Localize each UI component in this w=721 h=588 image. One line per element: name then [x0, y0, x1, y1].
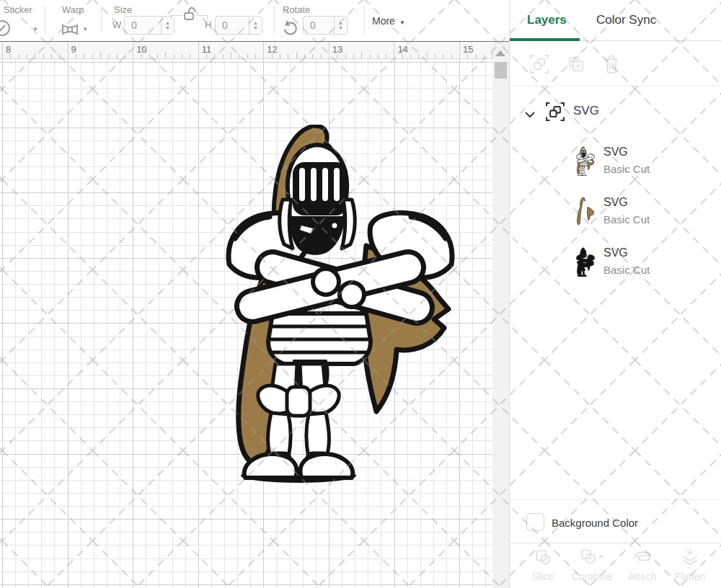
ruler-inch-label: 14 [397, 44, 407, 55]
duplicate-layer-icon[interactable] [567, 55, 585, 76]
combine-button[interactable]: Combine [569, 548, 615, 582]
canvas-vertical-scrollbar[interactable] [492, 42, 509, 588]
ruler-tick [157, 54, 158, 58]
width-input-group: 0 ▲▼ [124, 16, 174, 35]
attach-button[interactable]: Attach [619, 548, 665, 582]
width-label: W [112, 19, 121, 30]
tab-layers[interactable]: Layers [527, 13, 567, 27]
layers-toolbar [510, 45, 721, 86]
layer-thumbnail [576, 245, 595, 280]
layer-row-1[interactable]: SVG Basic Cut [563, 141, 717, 186]
ruler-tick [418, 54, 419, 58]
ruler-tick [402, 54, 403, 58]
ruler-tick [304, 54, 305, 58]
ruler-tick [378, 54, 379, 58]
rotate-icon[interactable] [281, 19, 298, 40]
ruler-inch-line [263, 42, 264, 59]
toolbar-divider [45, 6, 45, 35]
group-layers-icon[interactable] [530, 55, 549, 76]
ruler-tick [76, 54, 76, 58]
lock-icon[interactable] [182, 6, 197, 24]
ruler-tick [108, 54, 109, 58]
ruler-tick [484, 54, 485, 58]
ruler-tick [206, 54, 207, 58]
ruler-inch-label: 12 [267, 44, 277, 55]
toolbar-divider [364, 6, 365, 35]
tab-color-sync[interactable]: Color Sync [596, 13, 656, 27]
height-stepper[interactable]: ▲▼ [249, 17, 262, 34]
scrollbar-thumb[interactable] [495, 62, 507, 79]
layer-title: SVG [603, 246, 628, 259]
height-label: H [205, 19, 211, 30]
layer-row-3[interactable]: SVG Basic Cut [563, 242, 717, 287]
ruler-tick [59, 54, 60, 58]
layers-panel: Layers Color Sync SVG [509, 0, 721, 588]
ruler-tick [92, 54, 93, 58]
ruler-tick [223, 54, 224, 58]
ruler-tick [467, 54, 468, 58]
ruler-tick [312, 54, 313, 58]
flatten-icon [681, 548, 699, 566]
ruler-tick [255, 54, 256, 58]
layer-subtitle: Basic Cut [603, 264, 650, 276]
ruler-inch-line [459, 42, 460, 59]
scroll-up-arrow-icon[interactable] [495, 50, 505, 56]
layer-thumbnail [576, 144, 595, 179]
width-input[interactable]: 0 [125, 17, 161, 34]
delete-layer-icon[interactable] [603, 55, 620, 76]
ruler-tick [141, 54, 142, 58]
ruler-tick [288, 54, 288, 58]
ruler-tick [280, 54, 280, 58]
layer-title: SVG [603, 196, 628, 209]
ruler-inch-label: 9 [71, 44, 76, 55]
ruler-inch-label: 10 [136, 44, 146, 55]
layer-title: SVG [603, 146, 628, 159]
design-canvas[interactable] [0, 59, 492, 588]
sticker-dropdown-caret[interactable]: ▾ [34, 25, 37, 32]
ruler-tick [27, 54, 27, 58]
warp-dropdown-caret[interactable]: ▾ [84, 25, 87, 32]
ruler-tick [84, 54, 84, 58]
toolbar-divider [101, 6, 102, 35]
warp-icon[interactable] [59, 22, 81, 40]
ruler-tick [370, 54, 371, 58]
layer-subtitle: Basic Cut [603, 163, 650, 175]
chevron-down-icon[interactable] [525, 108, 535, 121]
toolbar-divider [274, 6, 275, 35]
attach-icon [632, 548, 653, 566]
slice-button[interactable]: Slice [520, 548, 566, 582]
rotate-stepper[interactable]: ▲▼ [334, 17, 347, 34]
height-input[interactable]: 0 [216, 17, 249, 34]
layer-group-row[interactable]: SVG [510, 99, 721, 128]
ruler-inch-line [68, 42, 68, 59]
ruler-tick [337, 54, 337, 58]
ruler-tick [386, 54, 386, 58]
background-color-row: Background Color [510, 499, 721, 543]
ruler-tick [443, 54, 443, 58]
ruler-inch-line [198, 42, 199, 59]
group-icon [546, 102, 565, 124]
sticker-icon[interactable] [0, 20, 19, 39]
ruler-inch-label: 13 [332, 44, 342, 55]
height-input-group: 0 ▲▼ [215, 16, 262, 35]
layer-row-2[interactable]: SVG Basic Cut [563, 192, 717, 236]
slice-icon [534, 548, 552, 566]
ruler-tick [19, 54, 19, 58]
ruler-inch-line [394, 42, 394, 59]
more-button[interactable]: More ▾ [372, 15, 404, 27]
ruler-tick [100, 52, 101, 58]
combine-icon [580, 548, 604, 566]
flatten-button[interactable]: Flatten [667, 548, 713, 582]
ruler-tick [117, 54, 118, 58]
knight-artwork[interactable] [225, 125, 456, 485]
ruler-tick [182, 54, 182, 58]
background-color-swatch[interactable] [526, 513, 544, 531]
ruler-tick [296, 52, 297, 58]
ruler-tick [10, 54, 11, 58]
layer-thumbnail [576, 195, 595, 229]
size-section-label: Size [114, 4, 132, 15]
rotate-section-label: Rotate [283, 4, 310, 15]
app-root: { "app": { "accent_green": "#1d7b4f", "c… [0, 0, 721, 588]
ruler-tick [321, 54, 322, 58]
rotate-input[interactable]: 0 [304, 17, 334, 34]
